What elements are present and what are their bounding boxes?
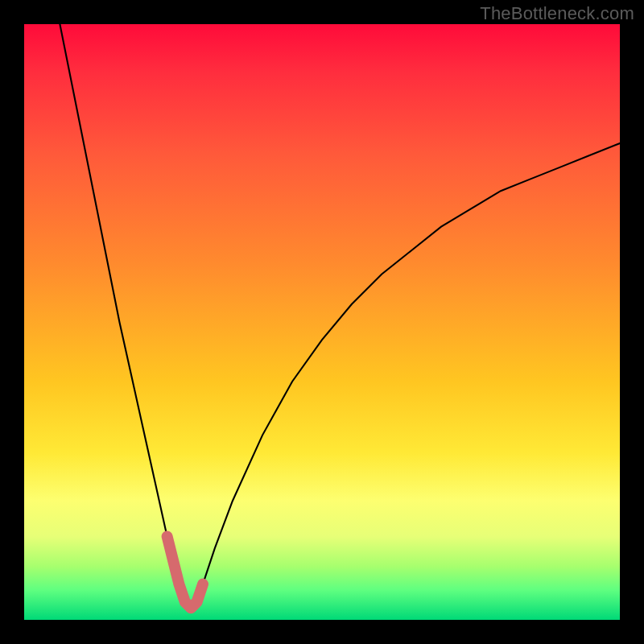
chart-frame: TheBottleneck.com [0,0,644,644]
bottleneck-curve-path [60,24,620,608]
chart-plot-area [24,24,620,620]
valley-marker-path [167,536,203,608]
curve-svg [24,24,620,620]
attribution-label: TheBottleneck.com [480,3,634,24]
